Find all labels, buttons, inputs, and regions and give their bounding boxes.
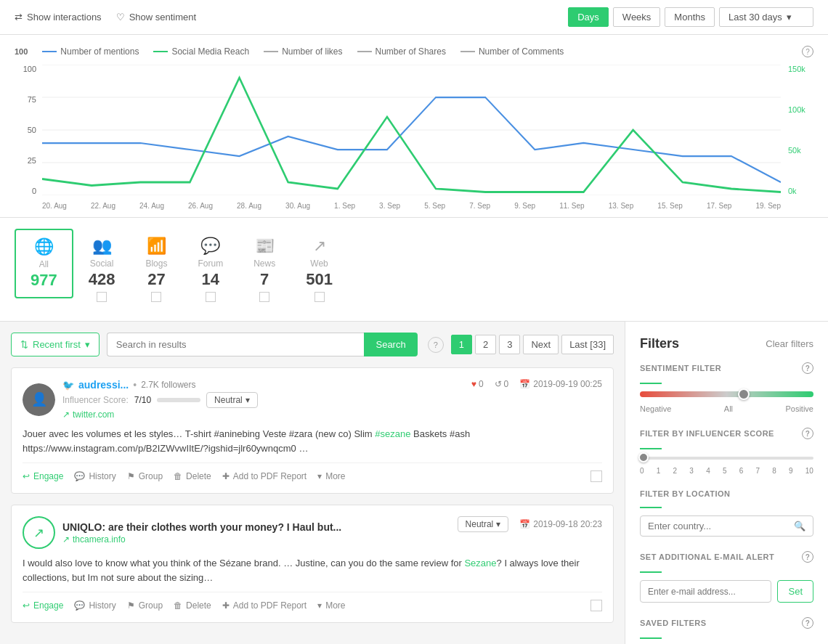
- sentiment-slider[interactable]: [640, 391, 813, 397]
- influencer-slider[interactable]: [640, 457, 813, 460]
- delete-btn-1[interactable]: 🗑 Delete: [174, 471, 211, 481]
- sentiment-chevron-1: ▾: [245, 395, 250, 405]
- show-interactions-label: Show interactions: [27, 12, 102, 23]
- chart-x-labels: 20. Aug22. Aug24. Aug26. Aug28. Aug30. A…: [42, 202, 781, 210]
- link-icon-1: ↗: [62, 409, 70, 420]
- source-web[interactable]: ↗ Web 501: [291, 229, 348, 310]
- post-date-1: 📅 2019-09-19 00:25: [519, 379, 602, 389]
- location-input-wrap: 🔍: [640, 515, 813, 537]
- post-text-2: I would also love to know what you think…: [23, 556, 602, 584]
- legend-reach: Social Media Reach: [153, 46, 249, 57]
- source-forum-count: 14: [202, 270, 219, 289]
- show-sentiment-label: Show sentiment: [129, 12, 197, 23]
- source-all-count: 977: [31, 271, 57, 290]
- chart-help-icon[interactable]: ?: [802, 46, 813, 57]
- email-alert-title: SET ADDITIONAL E-MAIL ALERT ?: [640, 551, 813, 563]
- saved-filters-help-icon[interactable]: ?: [802, 617, 813, 629]
- inf-bar-1: [157, 398, 200, 402]
- sentiment-help-icon[interactable]: ?: [802, 362, 813, 374]
- next-page-btn[interactable]: Next: [523, 335, 559, 354]
- source-blogs-checkbox[interactable]: [151, 292, 161, 302]
- engage-icon-2: ↩: [23, 600, 30, 611]
- followers-1: 2.7K followers: [141, 380, 195, 390]
- location-filter-section: FILTER BY LOCATION 🔍: [640, 489, 813, 537]
- source-forum-label: Forum: [198, 258, 223, 269]
- source-web-count: 501: [306, 270, 333, 289]
- more-btn-2[interactable]: ▾ More: [317, 600, 345, 611]
- source-news-checkbox[interactable]: [259, 292, 269, 302]
- chart-legend: 100 Number of mentions Social Media Reac…: [15, 46, 813, 57]
- show-interactions-btn[interactable]: ⇄ Show interactions: [15, 12, 102, 23]
- heart-icon: ♡: [116, 12, 125, 23]
- days-period-btn[interactable]: Days: [568, 7, 609, 27]
- post-checkbox-1[interactable]: [590, 470, 602, 482]
- add-pdf-btn-1[interactable]: ✚ Add to PDF Report: [222, 471, 307, 481]
- months-period-btn[interactable]: Months: [665, 7, 715, 27]
- influencer-row-1: Influencer Score: 7/10 Neutral ▾: [62, 392, 258, 408]
- location-input[interactable]: [648, 521, 794, 531]
- influencer-underline: [640, 445, 662, 449]
- clear-filters-btn[interactable]: Clear filters: [766, 338, 813, 349]
- sort-label: Recent first: [33, 339, 81, 350]
- weeks-period-btn[interactable]: Weeks: [613, 7, 661, 27]
- date-range-dropdown[interactable]: Last 30 days ▾: [719, 7, 813, 27]
- sort-chevron-icon: ▾: [85, 339, 90, 350]
- legend-reach-label: Social Media Reach: [171, 46, 249, 57]
- page-1-btn[interactable]: 1: [451, 335, 472, 354]
- page-2-btn[interactable]: 2: [475, 335, 496, 354]
- sezane-link-1[interactable]: #sezane: [375, 428, 410, 439]
- engage-btn-2[interactable]: ↩ Engage: [23, 600, 63, 611]
- sidebar-title: Filters Clear filters: [640, 336, 813, 351]
- engage-btn-1[interactable]: ↩ Engage: [23, 471, 63, 481]
- retweets-1: ↺ 0: [495, 379, 509, 389]
- email-help-icon[interactable]: ?: [802, 551, 813, 563]
- post-card-1: 👤 🐦 audressi... • 2.7K followers Influen…: [11, 367, 614, 494]
- sentiment-selector-1[interactable]: Neutral ▾: [206, 392, 258, 408]
- source-all-label: All: [39, 259, 49, 269]
- inf-score-label-1: Influencer Score:: [62, 395, 129, 405]
- history-btn-1[interactable]: 💬 History: [74, 471, 115, 481]
- source-blogs[interactable]: 📶 Blogs 27: [130, 229, 182, 310]
- group-icon-2: ⚑: [127, 600, 135, 611]
- search-input[interactable]: [107, 333, 365, 356]
- search-button[interactable]: Search: [364, 333, 417, 356]
- legend-likes: Number of likes: [264, 46, 342, 57]
- delete-btn-2[interactable]: 🗑 Delete: [174, 600, 211, 611]
- more-btn-1[interactable]: ▾ More: [317, 471, 345, 481]
- history-btn-2[interactable]: 💬 History: [74, 600, 115, 611]
- source-blogs-label: Blogs: [145, 258, 167, 269]
- source-forum-checkbox[interactable]: [206, 292, 216, 302]
- source-web-checkbox[interactable]: [314, 292, 325, 302]
- author-info-2: UNIQLO: are their clothes worth your mon…: [62, 521, 341, 545]
- page-3-btn[interactable]: 3: [499, 335, 520, 354]
- followers-separator: •: [133, 379, 137, 391]
- last-page-btn[interactable]: Last [33]: [561, 335, 614, 354]
- sentiment-selector-2[interactable]: Neutral ▾: [458, 516, 509, 532]
- sezane-link-2[interactable]: Sezane: [464, 558, 496, 568]
- source-link-2[interactable]: ↗ thcamera.info: [62, 534, 341, 545]
- email-alert-section: SET ADDITIONAL E-MAIL ALERT ? Set: [640, 551, 813, 603]
- calendar-icon-1: 📅: [519, 379, 530, 389]
- influencer-help-icon[interactable]: ?: [802, 428, 813, 439]
- post-author-1: 👤 🐦 audressi... • 2.7K followers Influen…: [23, 379, 258, 420]
- legend-mentions-label: Number of mentions: [60, 46, 139, 57]
- add-pdf-btn-2[interactable]: ✚ Add to PDF Report: [222, 600, 307, 611]
- group-btn-1[interactable]: ⚑ Group: [127, 471, 163, 481]
- source-forum[interactable]: 💬 Forum 14: [182, 229, 238, 310]
- email-input[interactable]: [640, 580, 771, 603]
- source-social-checkbox[interactable]: [97, 292, 107, 302]
- calendar-icon-2: 📅: [519, 519, 530, 529]
- source-social[interactable]: 👥 Social 428: [73, 229, 131, 310]
- source-all[interactable]: 🌐 All 977: [15, 229, 73, 298]
- set-email-btn[interactable]: Set: [777, 580, 813, 603]
- sentiment-filter-section: SENTIMENT FILTER ? Negative All Positive: [640, 362, 813, 413]
- search-help-icon[interactable]: ?: [428, 337, 444, 353]
- source-link-1[interactable]: ↗ twitter.com: [62, 409, 258, 420]
- source-news[interactable]: 📰 News 7: [238, 229, 291, 310]
- group-btn-2[interactable]: ⚑ Group: [127, 600, 163, 611]
- chart-legend-label-100: 100: [15, 47, 28, 56]
- post-checkbox-2[interactable]: [590, 600, 602, 611]
- show-sentiment-btn[interactable]: ♡ Show sentiment: [116, 12, 197, 23]
- sort-button[interactable]: ⇅ Recent first ▾: [11, 333, 100, 356]
- email-underline: [640, 568, 662, 573]
